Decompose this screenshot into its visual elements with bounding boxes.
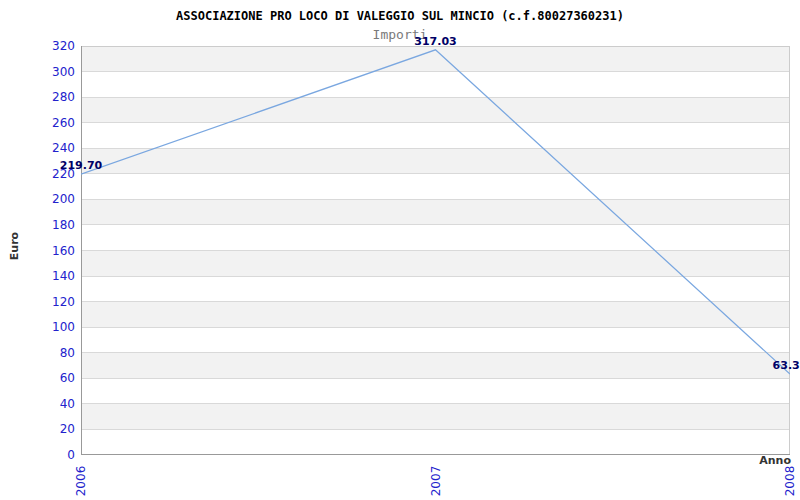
x-tick-label: 2008	[783, 466, 797, 497]
grid-band	[81, 199, 790, 225]
y-tick-label: 80	[0, 346, 75, 360]
y-tick-label: 60	[0, 371, 75, 385]
grid-band	[81, 404, 790, 430]
grid-band	[81, 353, 790, 379]
x-axis-title: Anno	[759, 454, 791, 467]
y-tick-label: 20	[0, 422, 75, 436]
plot-area	[81, 46, 790, 455]
grid-band	[81, 251, 790, 277]
y-tick-label: 300	[0, 65, 75, 79]
y-tick-label: 140	[0, 269, 75, 283]
y-tick-label: 280	[0, 90, 75, 104]
y-tick-label: 180	[0, 218, 75, 232]
chart-subtitle: Importi	[0, 27, 800, 42]
y-tick-label: 0	[0, 448, 75, 462]
x-tick-label: 2006	[74, 466, 88, 497]
grid-band	[81, 97, 790, 123]
line-chart: ASSOCIAZIONE PRO LOCO DI VALEGGIO SUL MI…	[0, 0, 800, 500]
point-value-label: 317.03	[414, 35, 456, 48]
chart-title: ASSOCIAZIONE PRO LOCO DI VALEGGIO SUL MI…	[0, 9, 800, 23]
y-tick-label: 100	[0, 320, 75, 334]
y-tick-label: 240	[0, 141, 75, 155]
grid-band	[81, 148, 790, 174]
y-tick-label: 160	[0, 244, 75, 258]
y-tick-label: 260	[0, 116, 75, 130]
y-tick-label: 40	[0, 397, 75, 411]
point-value-label: 63.31	[773, 359, 800, 372]
point-value-label: 219.70	[60, 159, 102, 172]
x-tick-label: 2007	[429, 466, 443, 497]
y-tick-label: 320	[0, 39, 75, 53]
y-tick-label: 200	[0, 192, 75, 206]
y-tick-label: 120	[0, 295, 75, 309]
grid-band	[81, 302, 790, 328]
